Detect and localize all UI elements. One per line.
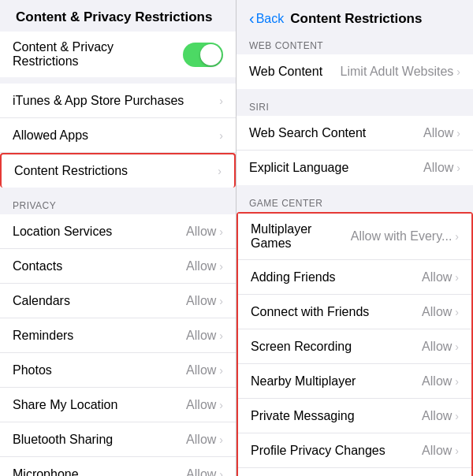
- location-services-value: Allow: [186, 225, 216, 239]
- location-chevron-icon: ›: [219, 225, 223, 238]
- top-items-group: iTunes & App Store Purchases › Allowed A…: [0, 84, 236, 188]
- right-nav-bar: ‹ Back Content Restrictions: [236, 0, 473, 34]
- left-nav-bar: Content & Privacy Restrictions: [0, 0, 236, 32]
- calendars-item[interactable]: Calendars Allow ›: [0, 284, 236, 318]
- back-button[interactable]: ‹ Back: [249, 9, 284, 28]
- back-chevron-icon: ‹: [249, 9, 255, 28]
- microphone-item[interactable]: Microphone Allow ›: [0, 457, 236, 476]
- private-messaging-item[interactable]: Private Messaging Allow ›: [238, 399, 471, 433]
- explicit-language-label: Explicit Language: [249, 161, 423, 175]
- reminders-label: Reminders: [13, 329, 186, 343]
- web-content-item[interactable]: Web Content Limit Adult Websites ›: [236, 54, 473, 89]
- web-content-group: Web Content Limit Adult Websites ›: [236, 54, 473, 89]
- profile-privacy-label: Profile Privacy Changes: [251, 444, 422, 458]
- contacts-item[interactable]: Contacts Allow ›: [0, 249, 236, 284]
- photos-label: Photos: [13, 363, 186, 377]
- profile-privacy-item[interactable]: Profile Privacy Changes Allow ›: [238, 433, 471, 468]
- right-nav-title: Content Restrictions: [290, 11, 422, 27]
- multiplayer-games-value: Allow with Every...: [351, 229, 453, 244]
- explicit-language-item[interactable]: Explicit Language Allow ›: [236, 151, 473, 185]
- private-messaging-value: Allow: [422, 409, 452, 423]
- avatar-nickname-item[interactable]: Avatar & Nickname Changes Allow ›: [238, 468, 471, 476]
- connect-friends-chevron-icon: ›: [455, 306, 459, 318]
- allowed-apps-item[interactable]: Allowed Apps ›: [0, 118, 236, 153]
- microphone-value: Allow: [186, 467, 216, 477]
- photos-value: Allow: [186, 363, 216, 377]
- connect-friends-item[interactable]: Connect with Friends Allow ›: [238, 295, 471, 329]
- photos-item[interactable]: Photos Allow ›: [0, 353, 236, 388]
- reminders-value: Allow: [186, 329, 216, 343]
- profile-privacy-chevron-icon: ›: [455, 444, 459, 457]
- bluetooth-chevron-icon: ›: [219, 433, 223, 446]
- content-privacy-toggle[interactable]: [183, 43, 223, 67]
- toggle-label: Content & Privacy Restrictions: [13, 40, 183, 69]
- adding-friends-value: Allow: [422, 270, 452, 284]
- web-search-item[interactable]: Web Search Content Allow ›: [236, 116, 473, 151]
- privacy-group: Location Services Allow › Contacts Allow…: [0, 214, 236, 476]
- nearby-multiplayer-item[interactable]: Nearby Multiplayer Allow ›: [238, 364, 471, 399]
- siri-section-label: SIRI: [236, 95, 473, 116]
- left-scroll-content: Content & Privacy Restrictions iTunes & …: [0, 32, 236, 476]
- screen-recording-value: Allow: [422, 340, 452, 354]
- private-messaging-label: Private Messaging: [251, 409, 422, 423]
- multiplayer-games-label: Multiplayer Games: [251, 222, 351, 251]
- share-location-label: Share My Location: [13, 398, 186, 412]
- itunes-chevron-icon: ›: [219, 95, 223, 107]
- bluetooth-sharing-item[interactable]: Bluetooth Sharing Allow ›: [0, 422, 236, 457]
- web-search-label: Web Search Content: [249, 126, 423, 140]
- location-services-item[interactable]: Location Services Allow ›: [0, 214, 236, 249]
- allowed-apps-label: Allowed Apps: [13, 128, 219, 143]
- itunes-purchases-item[interactable]: iTunes & App Store Purchases ›: [0, 84, 236, 118]
- microphone-chevron-icon: ›: [219, 468, 223, 477]
- game-center-section-label: GAME CENTER: [236, 192, 473, 212]
- toggle-row: Content & Privacy Restrictions: [0, 32, 236, 77]
- screen-recording-label: Screen Recording: [251, 340, 422, 354]
- multiplayer-games-item[interactable]: Multiplayer Games Allow with Every... ›: [238, 214, 471, 260]
- location-services-label: Location Services: [13, 225, 186, 239]
- left-panel: Content & Privacy Restrictions Content &…: [0, 0, 236, 476]
- adding-friends-label: Adding Friends: [251, 270, 422, 284]
- right-panel: ‹ Back Content Restrictions WEB CONTENT …: [236, 0, 473, 476]
- web-content-section-label: WEB CONTENT: [236, 34, 473, 54]
- left-nav-title: Content & Privacy Restrictions: [16, 9, 212, 25]
- explicit-language-chevron-icon: ›: [456, 162, 460, 174]
- calendars-label: Calendars: [13, 294, 186, 308]
- reminders-item[interactable]: Reminders Allow ›: [0, 318, 236, 353]
- screen-recording-item[interactable]: Screen Recording Allow ›: [238, 329, 471, 364]
- screen-recording-chevron-icon: ›: [455, 340, 459, 353]
- nearby-multiplayer-chevron-icon: ›: [455, 375, 459, 388]
- share-location-item[interactable]: Share My Location Allow ›: [0, 388, 236, 422]
- nearby-multiplayer-value: Allow: [422, 374, 452, 389]
- share-location-chevron-icon: ›: [219, 399, 223, 411]
- right-scroll-content: WEB CONTENT Web Content Limit Adult Webs…: [236, 34, 473, 476]
- contacts-chevron-icon: ›: [219, 260, 223, 273]
- web-content-chevron-icon: ›: [456, 65, 460, 78]
- web-content-label: Web Content: [249, 65, 341, 79]
- contacts-label: Contacts: [13, 259, 186, 273]
- contacts-value: Allow: [186, 259, 216, 273]
- connect-friends-label: Connect with Friends: [251, 305, 422, 319]
- adding-friends-item[interactable]: Adding Friends Allow ›: [238, 260, 471, 295]
- multiplayer-chevron-icon: ›: [455, 230, 459, 243]
- siri-group: Web Search Content Allow › Explicit Lang…: [236, 116, 473, 185]
- content-restrictions-label: Content Restrictions: [14, 164, 218, 178]
- calendars-chevron-icon: ›: [219, 295, 223, 307]
- calendars-value: Allow: [186, 294, 216, 308]
- photos-chevron-icon: ›: [219, 364, 223, 377]
- back-label: Back: [256, 12, 285, 26]
- itunes-purchases-label: iTunes & App Store Purchases: [13, 94, 219, 108]
- microphone-label: Microphone: [13, 467, 186, 477]
- bluetooth-sharing-label: Bluetooth Sharing: [13, 433, 186, 447]
- bluetooth-sharing-value: Allow: [186, 433, 216, 447]
- web-search-chevron-icon: ›: [456, 127, 460, 139]
- web-content-value: Limit Adult Websites: [341, 65, 454, 79]
- content-restrictions-chevron-icon: ›: [218, 165, 222, 177]
- privacy-section-label: PRIVACY: [0, 194, 236, 214]
- profile-privacy-value: Allow: [422, 444, 452, 458]
- allowed-apps-chevron-icon: ›: [219, 129, 223, 142]
- adding-friends-chevron-icon: ›: [455, 271, 459, 284]
- explicit-language-value: Allow: [423, 161, 453, 175]
- web-search-value: Allow: [423, 126, 453, 140]
- share-location-value: Allow: [186, 398, 216, 412]
- content-restrictions-item[interactable]: Content Restrictions ›: [0, 153, 236, 188]
